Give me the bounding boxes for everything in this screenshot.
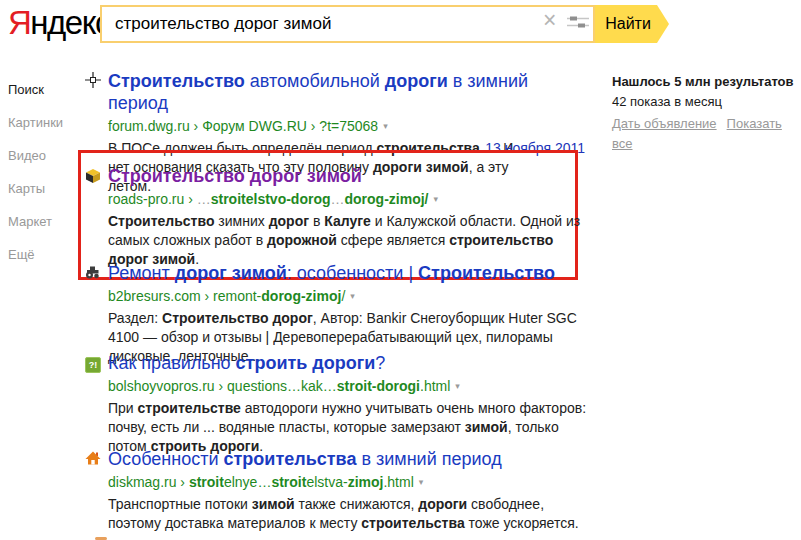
result-url[interactable]: bolshoyvopros.ru › questions…kak…stroit-… xyxy=(108,376,585,396)
sidebar-item-images[interactable]: Картинки xyxy=(8,115,63,148)
result-url[interactable]: roads-pro.ru › …stroitelstvo-dorog…dorog… xyxy=(108,189,575,209)
results-count: Нашлось 5 млн результатов xyxy=(612,72,798,92)
result-snippet: Строительство зимних дорог в Калуге и Ка… xyxy=(108,212,595,269)
sidebar: Поиск Картинки Видео Карты Маркет Ещё xyxy=(8,82,63,280)
search-result: ?! Как правильно строить дороги? bolshoy… xyxy=(85,352,585,456)
result-url[interactable]: b2bresurs.com › remont-dorog-zimoj/▾ xyxy=(108,286,585,306)
logo-letter-ya: Я xyxy=(8,4,30,41)
result-title-link[interactable]: Строительство автомобильной дороги в зим… xyxy=(108,71,528,113)
result-title-link[interactable]: Ремонт дорог зимой: особенности | Строит… xyxy=(108,263,555,283)
place-ad-link[interactable]: Дать объявление xyxy=(612,116,717,131)
search-button[interactable]: Найти xyxy=(595,5,669,43)
sidebar-item-more[interactable]: Ещё xyxy=(8,247,63,280)
search-result: Особенности строительства в зимний перио… xyxy=(85,448,585,533)
search-result: Строительство дорог зимой roads-pro.ru ›… xyxy=(78,150,578,280)
url-dropdown-arrow-icon[interactable]: ▾ xyxy=(419,477,424,487)
crosshair-icon xyxy=(85,72,101,88)
result-url[interactable]: diskmag.ru › stroitelnye…stroitelstva-zi… xyxy=(108,472,585,492)
results-stats-panel: Нашлось 5 млн результатов 42 показа в ме… xyxy=(612,72,798,154)
impressions-stat: 42 показа в месяц xyxy=(612,92,798,112)
url-dropdown-arrow-icon[interactable]: ▾ xyxy=(383,121,388,131)
search-input[interactable] xyxy=(100,5,595,43)
url-dropdown-arrow-icon[interactable]: ▾ xyxy=(434,194,439,204)
result-snippet: Транспортные потоки зимой также снижаютс… xyxy=(108,495,595,533)
sidebar-item-maps[interactable]: Карты xyxy=(8,181,63,214)
result-url[interactable]: forum.dwg.ru › Форум DWG.RU › ?t=75068▾ xyxy=(108,116,585,136)
tractor-icon xyxy=(85,264,101,280)
sidebar-item-market[interactable]: Маркет xyxy=(8,214,63,247)
clear-search-icon[interactable]: × xyxy=(543,9,556,31)
house-icon xyxy=(85,450,101,466)
yandex-logo[interactable]: Яндекс xyxy=(8,4,110,42)
search-filters-icon[interactable] xyxy=(567,15,589,33)
result-title-link[interactable]: Как правильно строить дороги? xyxy=(108,353,385,373)
url-dropdown-arrow-icon[interactable]: ▾ xyxy=(350,291,355,301)
result-title-link[interactable]: Строительство дорог зимой xyxy=(108,166,362,186)
result-title-link[interactable]: Особенности строительства в зимний перио… xyxy=(108,449,502,469)
url-dropdown-arrow-icon[interactable]: ▾ xyxy=(455,381,460,391)
question-icon: ?! xyxy=(85,354,101,370)
logo-rest: ндекс xyxy=(30,4,110,41)
sidebar-item-video[interactable]: Видео xyxy=(8,148,63,181)
cube-icon xyxy=(85,168,101,184)
search-result: Ремонт дорог зимой: особенности | Строит… xyxy=(85,262,585,366)
sidebar-item-search[interactable]: Поиск xyxy=(8,82,63,115)
